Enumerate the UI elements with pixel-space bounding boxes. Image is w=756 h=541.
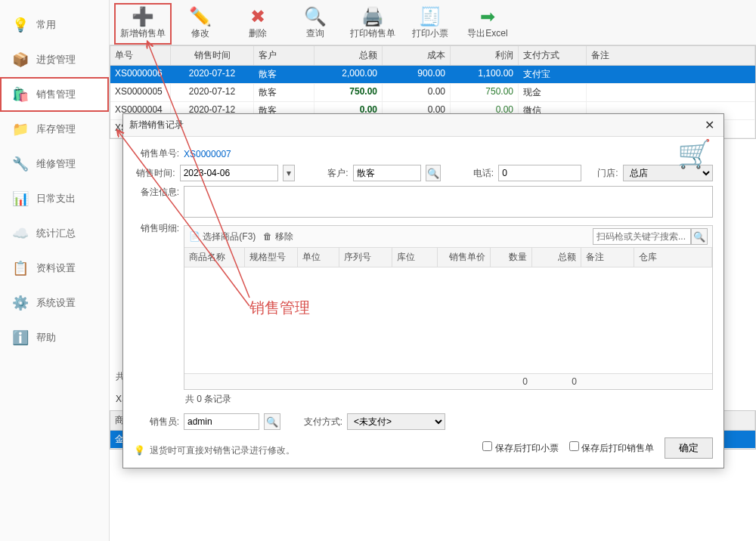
bulb-icon: 💡 — [134, 445, 145, 456]
dlg-detail-col-7[interactable]: 总额 — [532, 248, 581, 267]
sales-col-3[interactable]: 总额 — [314, 46, 383, 65]
sidebar-icon: 🔧 — [12, 156, 29, 172]
dlg-detail-col-6[interactable]: 数量 — [491, 248, 532, 267]
sidebar-item-9[interactable]: ℹ️帮助 — [0, 320, 109, 355]
sidebar-label: 帮助 — [36, 331, 56, 345]
sidebar-label: 进货管理 — [36, 53, 76, 66]
close-icon[interactable]: ✕ — [702, 118, 717, 132]
sidebar-icon: 🛍️ — [12, 86, 29, 103]
sales-col-6[interactable]: 支付方式 — [519, 46, 587, 65]
sales-col-7[interactable]: 备注 — [587, 46, 755, 65]
payment-select[interactable]: <未支付> — [347, 413, 445, 430]
calendar-icon[interactable]: ▾ — [283, 165, 296, 181]
dlg-detail-col-3[interactable]: 序列号 — [339, 248, 392, 267]
dlg-detail-col-9[interactable]: 仓库 — [634, 248, 712, 267]
sidebar-item-1[interactable]: 📦进货管理 — [0, 42, 109, 77]
salesman-search-icon[interactable]: 🔍 — [264, 413, 280, 430]
dlg-detail-col-5[interactable]: 销售单价 — [438, 248, 491, 267]
customer-input[interactable] — [353, 165, 421, 181]
sidebar-item-8[interactable]: ⚙️系统设置 — [0, 286, 109, 320]
toolbar-icon: 🖨️ — [362, 6, 383, 27]
sidebar-icon: 📋 — [12, 260, 29, 277]
toolbar-icon: ✖ — [247, 6, 268, 27]
toolbar-btn-3[interactable]: 🔍查询 — [287, 3, 344, 45]
toolbar-btn-2[interactable]: ✖删除 — [229, 3, 287, 45]
sidebar-label: 系统设置 — [36, 296, 76, 310]
sidebar-item-7[interactable]: 📋资料设置 — [0, 251, 109, 286]
sidebar-icon: 💡 — [12, 17, 29, 33]
product-search-icon[interactable]: 🔍 — [691, 228, 708, 245]
print-order-checkbox[interactable]: 保存后打印销售单 — [569, 441, 654, 455]
toolbar-icon: ✏️ — [190, 6, 211, 27]
toolbar-btn-5[interactable]: 🧾打印小票 — [401, 3, 459, 45]
customer-search-icon[interactable]: 🔍 — [426, 165, 441, 181]
sidebar-icon: 📦 — [12, 51, 29, 68]
toolbar-icon: ➡ — [477, 6, 498, 27]
sidebar: 💡常用📦进货管理🛍️销售管理📁库存管理🔧维修管理📊日常支出☁️统计汇总📋资料设置… — [0, 0, 110, 541]
sidebar-icon: 📊 — [12, 190, 29, 207]
sales-col-4[interactable]: 成本 — [383, 46, 451, 65]
sidebar-label: 维修管理 — [36, 157, 76, 171]
toolbar: ➕新增销售单✏️修改✖删除🔍查询🖨️打印销售单🧾打印小票➡导出Excel — [110, 0, 756, 45]
toolbar-icon: 🧾 — [420, 6, 441, 27]
sidebar-label: 库存管理 — [36, 122, 76, 136]
sale-time-input[interactable] — [180, 165, 278, 181]
cart-icon: 🛒 — [677, 138, 711, 170]
toolbar-btn-0[interactable]: ➕新增销售单 — [114, 3, 172, 45]
sales-col-0[interactable]: 单号 — [110, 46, 171, 65]
print-ticket-checkbox[interactable]: 保存后打印小票 — [482, 441, 558, 455]
sidebar-item-3[interactable]: 📁库存管理 — [0, 112, 109, 147]
sales-col-5[interactable]: 利润 — [451, 46, 519, 65]
sidebar-label: 统计汇总 — [36, 227, 76, 240]
sidebar-icon: ☁️ — [12, 225, 29, 242]
sidebar-label: 销售管理 — [36, 88, 76, 101]
sales-col-1[interactable]: 销售时间 — [171, 46, 254, 65]
sales-col-2[interactable]: 客户 — [254, 46, 314, 65]
sales-row[interactable]: XS00000062020-07-12散客2,000.00900.001,100… — [110, 66, 755, 84]
sidebar-label: 资料设置 — [36, 261, 76, 275]
toolbar-btn-4[interactable]: 🖨️打印销售单 — [344, 3, 401, 45]
toolbar-icon: ➕ — [132, 6, 153, 27]
remove-product-button[interactable]: 🗑 移除 — [263, 230, 293, 243]
dlg-detail-col-1[interactable]: 规格型号 — [245, 248, 298, 267]
product-search-input[interactable] — [593, 228, 691, 245]
sidebar-icon: ⚙️ — [12, 295, 29, 311]
sales-row[interactable]: XS00000052020-07-12散客750.000.00750.00现金 — [110, 84, 755, 102]
toolbar-btn-6[interactable]: ➡导出Excel — [459, 3, 516, 45]
sidebar-item-0[interactable]: 💡常用 — [0, 8, 109, 42]
sidebar-icon: 📁 — [12, 121, 29, 138]
dlg-detail-col-2[interactable]: 单位 — [298, 248, 339, 267]
dlg-detail-col-0[interactable]: 商品名称 — [184, 248, 245, 267]
sidebar-item-4[interactable]: 🔧维修管理 — [0, 147, 109, 181]
remark-input[interactable] — [184, 186, 713, 218]
dlg-detail-col-4[interactable]: 库位 — [392, 248, 438, 267]
phone-input[interactable] — [498, 165, 581, 181]
dialog-title: 新增销售记录 — [129, 119, 184, 131]
add-sale-dialog: 新增销售记录 ✕ 🛒 销售单号: XS0000007 销售时间: ▾ 客户: 🔍… — [122, 113, 724, 468]
sidebar-icon: ℹ️ — [12, 329, 29, 346]
salesman-input[interactable] — [184, 413, 259, 430]
sidebar-label: 日常支出 — [36, 192, 76, 206]
sidebar-label: 常用 — [36, 18, 56, 32]
sidebar-item-6[interactable]: ☁️统计汇总 — [0, 216, 109, 251]
toolbar-btn-1[interactable]: ✏️修改 — [172, 3, 229, 45]
sale-number: XS0000007 — [184, 149, 231, 159]
toolbar-icon: 🔍 — [305, 6, 326, 27]
ok-button[interactable]: 确定 — [665, 437, 713, 459]
dlg-detail-col-8[interactable]: 备注 — [581, 248, 634, 267]
sidebar-item-5[interactable]: 📊日常支出 — [0, 181, 109, 216]
sidebar-item-2[interactable]: 🛍️销售管理 — [0, 77, 109, 112]
select-product-button[interactable]: 📄 选择商品(F3) — [189, 230, 256, 243]
